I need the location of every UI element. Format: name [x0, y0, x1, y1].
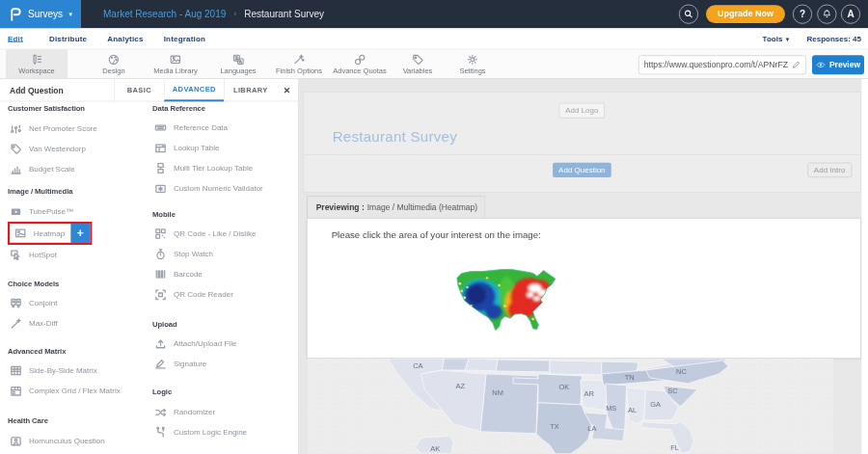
logicengine-icon: [154, 426, 167, 439]
question-type-net-promoter-score[interactable]: Net Promoter Score: [8, 119, 145, 139]
upgrade-now-button[interactable]: Upgrade Now: [706, 5, 785, 23]
budget-icon: [10, 163, 22, 175]
toolbar-item-label: Advance Quotas: [333, 67, 386, 74]
toolbar-item-finish-options[interactable]: Finish Options: [268, 49, 330, 78]
question-type-barcode[interactable]: Barcode: [152, 264, 295, 284]
toolbar-item-languages[interactable]: Languages: [207, 49, 269, 78]
tab-advanced[interactable]: ADVANCED: [164, 79, 224, 101]
add-question-button[interactable]: Add Question: [553, 163, 610, 177]
upload-icon: [154, 337, 167, 350]
toolbar-item-media-library[interactable]: Media Library: [145, 49, 206, 78]
question-type-label: Lookup Table: [174, 144, 219, 152]
tab-basic[interactable]: BASIC: [114, 79, 164, 101]
nps-icon: [10, 122, 22, 135]
question-type-qr-code-reader[interactable]: QR Code Reader: [152, 284, 295, 305]
help-button[interactable]: ?: [793, 5, 812, 24]
avatar[interactable]: A: [841, 5, 860, 24]
question-type-signature[interactable]: Signature: [152, 354, 295, 374]
question-type-heatmap[interactable]: Heatmap+: [8, 222, 145, 245]
question-type-homunculus-question[interactable]: Homunculus Question: [8, 431, 145, 451]
question-type-conjoint[interactable]: Conjoint: [8, 293, 145, 313]
add-intro-button[interactable]: Add Intro: [807, 163, 852, 177]
search-icon: [684, 9, 694, 19]
edit-url-icon[interactable]: [791, 60, 800, 69]
notifications-button[interactable]: [817, 5, 836, 24]
tools-menu[interactable]: Tools ▼: [763, 34, 791, 42]
avatar-initial: A: [847, 9, 854, 19]
usa-heatmap-image[interactable]: [452, 267, 565, 334]
add-question-header: Add Question BASIC ADVANCED LIBRARY ✕: [0, 79, 298, 101]
help-icon: ?: [800, 9, 805, 19]
question-type-qr-code-like-dislike[interactable]: QR Code - Like / Dislike: [152, 224, 295, 244]
question-type-label: HotSpot: [29, 251, 57, 259]
previewing-label: Previewing :: [316, 202, 365, 212]
heatmap-item[interactable]: Heatmap: [10, 224, 70, 243]
question-type-hotspot[interactable]: HotSpot: [8, 245, 145, 265]
close-icon[interactable]: ✕: [284, 85, 291, 95]
section-nav: EditDistributeAnalyticsIntegration Tools…: [0, 28, 868, 49]
question-type-label: Randomizer: [174, 408, 215, 416]
preview-button[interactable]: Preview: [812, 55, 864, 74]
survey-url-field[interactable]: https://www.questionpro.com/t/APNrFZ: [638, 55, 806, 74]
nav-link-integration[interactable]: Integration: [164, 34, 206, 42]
state-label-la: LA: [587, 424, 596, 433]
survey-title[interactable]: Restaurant Survey: [333, 129, 457, 146]
toolbar-item-label: Design: [102, 67, 124, 74]
question-type-van-westendorp[interactable]: Van Westendorp: [8, 139, 145, 159]
breadcrumb-parent[interactable]: Market Research - Aug 2019: [103, 9, 226, 19]
tab-library[interactable]: LIBRARY: [224, 79, 277, 101]
chevron-down-icon: ▼: [785, 36, 791, 42]
question-type-side-by-side-matrix[interactable]: Side-By-Side Matrix: [8, 361, 145, 381]
question-type-budget-scale[interactable]: Budget Scale: [8, 159, 145, 179]
qrreader-icon: [154, 288, 167, 301]
add-logo-button[interactable]: Add Logo: [559, 103, 606, 119]
question-type-max-diff[interactable]: Max-Diff: [8, 313, 145, 334]
search-button[interactable]: [679, 5, 698, 24]
question-type-label: Attach/Upload File: [174, 339, 236, 348]
nav-link-analytics[interactable]: Analytics: [107, 34, 143, 42]
topbar-actions: Upgrade Now ? A: [679, 0, 860, 28]
state-label-az: AZ: [455, 382, 465, 390]
question-type-randomizer[interactable]: Randomizer: [152, 402, 295, 422]
question-type-lookup-table[interactable]: Lookup Table: [152, 138, 295, 158]
scrollbar-track[interactable]: [861, 79, 868, 454]
surveys-product-menu[interactable]: Surveys ▼: [0, 0, 81, 28]
question-type-reference-data[interactable]: Reference Data: [152, 118, 295, 138]
add-heatmap-button[interactable]: +: [70, 224, 90, 243]
toolbar-item-advance-quotas[interactable]: Advance Quotas: [329, 49, 391, 78]
section-title: Choice Models: [8, 277, 145, 290]
question-type-custom-logic-engine[interactable]: Custom Logic Engine: [152, 422, 295, 442]
question-type-custom-numeric-validator[interactable]: Custom Numeric Validator: [152, 178, 295, 199]
previewing-tab: Previewing : Image / Multimedia (Heatmap…: [307, 196, 485, 218]
panel-title: Add Question: [10, 86, 64, 95]
toolbar-item-design[interactable]: Design: [83, 49, 145, 78]
question-type-complex-grid-flex-matrix[interactable]: Complex Grid / Flex Matrix: [8, 381, 145, 401]
question-type-label: Net Promoter Score: [29, 124, 97, 133]
question-type-label: Custom Logic Engine: [174, 428, 247, 437]
question-section-logic: LogicRandomizerCustom Logic Engine: [152, 386, 295, 442]
section-title: Data Reference: [152, 101, 295, 115]
question-type-stop-watch[interactable]: Stop Watch: [152, 244, 295, 264]
barcode-icon: [154, 268, 167, 280]
question-type-attach-upload-file[interactable]: Attach/Upload File: [152, 334, 295, 354]
section-title: Upload: [152, 317, 295, 331]
question-type-multi-tier-lookup-table[interactable]: Multi Tier Lookup Table: [152, 158, 295, 178]
question-type-label: Barcode: [174, 270, 203, 279]
question-section-upload: UploadAttach/Upload FileSignature: [152, 317, 295, 374]
heatmapq-icon: [14, 227, 27, 240]
state-label-ga: GA: [650, 400, 661, 409]
design-icon: [108, 53, 121, 66]
toolbar-item-variables[interactable]: Variables: [387, 49, 448, 78]
responses-count[interactable]: Responses: 45: [807, 34, 861, 42]
nav-link-edit[interactable]: Edit: [8, 34, 23, 42]
sbs-icon: [10, 364, 22, 377]
question-type-label: Stop Watch: [174, 250, 213, 258]
survey-header-card: Add Logo Restaurant Survey Add Question …: [303, 92, 861, 193]
state-label-nm: NM: [492, 388, 503, 397]
heatmap-selected-box: Heatmap+: [8, 222, 92, 245]
usa-map-preview: CAAZNMOKARTNNCSCGAALMSTXLAFLAK: [307, 359, 861, 454]
toolbar-item-workspace[interactable]: Workspace: [6, 49, 68, 78]
toolbar-item-settings[interactable]: Settings: [442, 49, 503, 78]
question-type-tubepulse-[interactable]: TubePulse™: [8, 201, 145, 222]
nav-link-distribute[interactable]: Distribute: [49, 34, 87, 42]
